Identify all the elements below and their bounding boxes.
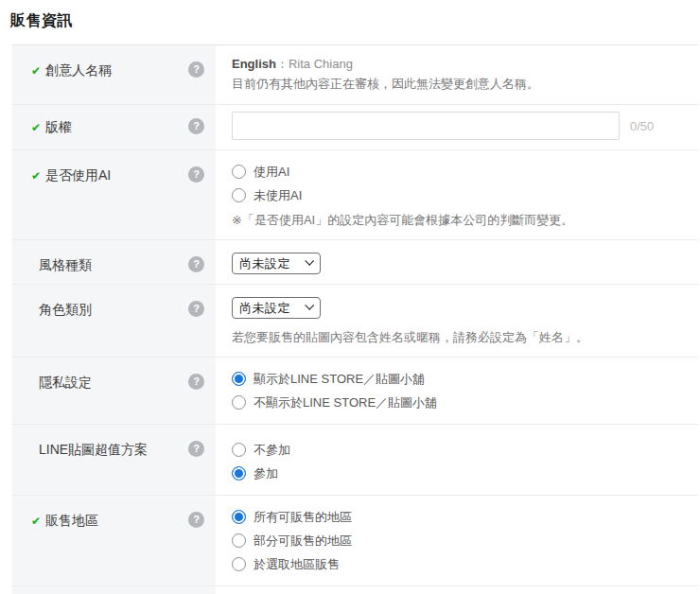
ai-usage-label-cell: ✔ 是否使用AI ?: [12, 150, 216, 239]
ai-usage-label: 是否使用AI: [45, 166, 111, 183]
radio-option-selected-areas[interactable]: 於選取地區販售: [232, 552, 698, 576]
copyright-label: 版權: [45, 118, 72, 135]
sales-info-form: ✔ 創意人名稱 ? English：Rita Chiang 目前仍有其他內容正在…: [12, 44, 698, 594]
privacy-label-cell: 隱私設定 ?: [12, 358, 216, 424]
help-icon[interactable]: ?: [188, 512, 204, 528]
creator-name-note: 目前仍有其他內容正在審核，因此無法變更創意人名稱。: [232, 74, 698, 94]
radio-unchecked-icon[interactable]: [232, 188, 246, 202]
help-icon[interactable]: ?: [188, 61, 204, 78]
help-icon[interactable]: ?: [188, 118, 204, 134]
character-category-select[interactable]: 尚未設定: [232, 297, 321, 319]
row-special-feature: ✔ 特輯企劃 ? 不參加: [12, 586, 698, 594]
radio-option-not-join[interactable]: 不參加: [232, 438, 698, 462]
premium-plan-content: 不參加 參加: [216, 425, 698, 495]
sales-info-page: 販售資訊 ✔ 創意人名稱 ? English：Rita Chiang 目前仍有其…: [0, 11, 700, 594]
row-copyright: ✔ 版權 ? 0/50: [12, 105, 698, 150]
creator-name-content: English：Rita Chiang 目前仍有其他內容正在審核，因此無法變更創…: [216, 45, 698, 104]
privacy-content: 顯示於LINE STORE／貼圖小舖 不顯示於LINE STORE／貼圖小舖: [216, 358, 698, 424]
style-type-label-cell: 風格種類 ?: [12, 240, 216, 284]
radio-unchecked-icon[interactable]: [232, 533, 246, 548]
style-type-select[interactable]: 尚未設定: [232, 253, 321, 274]
sale-area-content: 所有可販售的地區 部分可販售的地區 於選取地區販售: [216, 496, 698, 585]
creator-name-label: 創意人名稱: [45, 61, 112, 79]
premium-plan-label: LINE貼圖超值方案: [39, 441, 148, 458]
radio-option-some-areas[interactable]: 部分可販售的地區: [232, 529, 698, 552]
style-type-label: 風格種類: [39, 256, 92, 273]
row-privacy: 隱私設定 ? 顯示於LINE STORE／貼圖小舖 不顯示於LINE STORE…: [12, 358, 698, 425]
radio-checked-icon[interactable]: [232, 372, 246, 386]
row-premium-plan: LINE貼圖超值方案 ? 不參加 參加: [12, 425, 698, 496]
radio-option-hide-store[interactable]: 不顯示於LINE STORE／貼圖小舖: [232, 391, 698, 414]
character-category-content: 尚未設定 若您要販售的貼圖內容包含姓名或暱稱，請務必設定為「姓名」。: [216, 285, 698, 357]
char-counter: 0/50: [630, 119, 654, 133]
copyright-content: 0/50: [216, 105, 698, 149]
copyright-label-cell: ✔ 版權 ?: [12, 105, 216, 149]
sale-area-label: 販售地區: [45, 512, 98, 529]
help-icon[interactable]: ?: [188, 256, 204, 272]
special-feature-content: 不參加: [216, 586, 698, 594]
row-style-type: 風格種類 ? 尚未設定: [12, 240, 698, 285]
privacy-label: 隱私設定: [39, 374, 92, 391]
copyright-input[interactable]: [232, 112, 620, 140]
sale-area-label-cell: ✔ 販售地區 ?: [12, 496, 216, 585]
character-category-label-cell: 角色類別 ?: [12, 285, 216, 357]
required-check-icon: ✔: [31, 513, 45, 530]
radio-unchecked-icon[interactable]: [232, 395, 246, 410]
radio-option-join[interactable]: 參加: [232, 462, 698, 485]
row-ai-usage: ✔ 是否使用AI ? 使用AI 未使用AI ※「是否使用AI」的設定內容可能會根…: [12, 150, 698, 240]
radio-checked-icon[interactable]: [232, 466, 246, 480]
character-category-note: 若您要販售的貼圖內容包含姓名或暱稱，請務必設定為「姓名」。: [232, 327, 698, 347]
row-sale-area: ✔ 販售地區 ? 所有可販售的地區 部分可販售的地區 於選取地區販售: [12, 496, 698, 586]
creator-name-value: English：Rita Chiang: [232, 54, 698, 74]
radio-unchecked-icon[interactable]: [232, 557, 246, 571]
required-check-icon: ✔: [31, 167, 45, 184]
chevron-down-icon: [305, 256, 314, 266]
radio-option-all-areas[interactable]: 所有可販售的地區: [232, 505, 698, 529]
ai-usage-note: ※「是否使用AI」的設定內容可能會根據本公司的判斷而變更。: [232, 210, 698, 230]
ai-usage-content: 使用AI 未使用AI ※「是否使用AI」的設定內容可能會根據本公司的判斷而變更。: [216, 150, 698, 239]
help-icon[interactable]: ?: [188, 301, 204, 317]
row-creator-name: ✔ 創意人名稱 ? English：Rita Chiang 目前仍有其他內容正在…: [12, 45, 698, 105]
radio-unchecked-icon[interactable]: [232, 165, 246, 179]
creator-name-text: ：Rita Chiang: [276, 57, 353, 71]
premium-plan-label-cell: LINE貼圖超值方案 ?: [12, 425, 216, 495]
radio-unchecked-icon[interactable]: [232, 443, 246, 457]
special-feature-label-cell: ✔ 特輯企劃 ?: [12, 586, 216, 594]
style-type-content: 尚未設定: [216, 240, 698, 284]
row-character-category: 角色類別 ? 尚未設定 若您要販售的貼圖內容包含姓名或暱稱，請務必設定為「姓名」…: [12, 285, 698, 358]
required-check-icon: ✔: [31, 119, 45, 136]
character-category-label: 角色類別: [39, 301, 92, 318]
page-title: 販售資訊: [10, 11, 700, 31]
help-icon[interactable]: ?: [188, 374, 204, 390]
creator-name-label-cell: ✔ 創意人名稱 ?: [12, 45, 216, 104]
help-icon[interactable]: ?: [188, 166, 204, 183]
help-icon[interactable]: ?: [188, 441, 204, 457]
required-check-icon: ✔: [31, 62, 45, 79]
radio-option-use-ai[interactable]: 使用AI: [232, 160, 698, 183]
radio-checked-icon[interactable]: [232, 510, 246, 524]
radio-option-no-ai[interactable]: 未使用AI: [232, 183, 698, 207]
creator-name-language: English: [232, 57, 276, 71]
chevron-down-icon: [305, 301, 314, 310]
radio-option-show-store[interactable]: 顯示於LINE STORE／貼圖小舖: [232, 367, 698, 391]
